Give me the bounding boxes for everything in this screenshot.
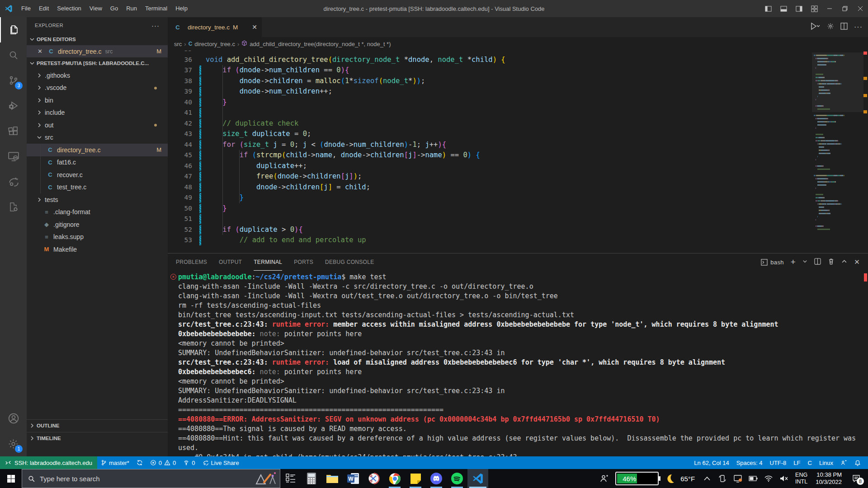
tree-item-leaks-supp[interactable]: ≡leaks.supp: [27, 231, 168, 244]
problems-indicator[interactable]: 0 0: [146, 456, 179, 469]
toggle-panel-icon[interactable]: [776, 0, 791, 17]
ink-workspace-icon[interactable]: [254, 471, 277, 488]
feedback-icon[interactable]: [837, 456, 851, 469]
file-explorer-icon[interactable]: [322, 469, 343, 488]
split-editor-icon[interactable]: [840, 23, 848, 32]
file-gear-icon[interactable]: [0, 194, 27, 220]
phone-link-icon[interactable]: [716, 469, 729, 488]
cursor-position[interactable]: Ln 62, Col 14: [690, 456, 732, 469]
extensions-icon[interactable]: [0, 118, 27, 144]
weather-temperature[interactable]: 65°F: [680, 475, 695, 483]
tree-item-tests[interactable]: tests: [27, 193, 168, 206]
remote-indicator[interactable]: SSH: labradoodle.caltech.edu: [0, 456, 97, 469]
encoding-indicator[interactable]: UTF-8: [766, 456, 790, 469]
tree-item-makefile[interactable]: MMakefile: [27, 243, 168, 256]
tree-item-bin[interactable]: bin: [27, 94, 168, 107]
task-view-button[interactable]: [280, 469, 301, 488]
toggle-sidebar-icon[interactable]: [760, 0, 776, 17]
minimize-button[interactable]: [822, 0, 837, 17]
language-indicator[interactable]: ENGINTL: [793, 472, 810, 485]
menu-edit[interactable]: Edit: [35, 5, 53, 12]
split-terminal-icon[interactable]: [814, 258, 821, 266]
menu-selection[interactable]: Selection: [53, 5, 85, 12]
menu-view[interactable]: View: [85, 5, 106, 12]
open-editors-section[interactable]: OPEN EDITORS: [27, 33, 168, 45]
spotify-icon[interactable]: [447, 469, 467, 488]
ports-indicator[interactable]: 0: [179, 456, 198, 469]
tree-item-recover-c[interactable]: Crecover.c: [27, 169, 168, 181]
source-control-icon[interactable]: 3: [0, 68, 27, 93]
tree-item--clang-format[interactable]: ≡.clang-format: [27, 206, 168, 219]
close-editor-icon[interactable]: ✕: [38, 48, 47, 55]
close-panel-icon[interactable]: ✕: [854, 258, 860, 266]
language-mode[interactable]: C: [804, 456, 816, 469]
word-icon[interactable]: W: [343, 469, 363, 488]
terminal-dropdown-icon[interactable]: [802, 259, 807, 265]
taskbar-search-input[interactable]: Type here to search: [22, 469, 280, 488]
night-light-moon-icon[interactable]: [663, 469, 677, 488]
eol-indicator[interactable]: LF: [790, 456, 804, 469]
live-share-icon[interactable]: [0, 169, 27, 194]
more-actions-icon[interactable]: ···: [854, 23, 863, 31]
menu-help[interactable]: Help: [171, 5, 192, 12]
indentation-indicator[interactable]: Spaces: 4: [733, 456, 766, 469]
tree-item-include[interactable]: include: [27, 107, 168, 119]
explorer-icon[interactable]: [0, 17, 27, 42]
terminal-output[interactable]: ✕pmutia@labradoodle:~/cs24/pretest-pmuti…: [178, 272, 861, 455]
start-button[interactable]: [0, 469, 22, 488]
customize-layout-icon[interactable]: [807, 0, 822, 17]
accounts-icon[interactable]: [0, 406, 27, 431]
tab-debug-console[interactable]: DEBUG CONSOLE: [325, 253, 374, 271]
minimap[interactable]: [814, 51, 862, 253]
breadcrumb-symbol[interactable]: add_child_directory_tree(directory_node_…: [250, 41, 391, 47]
remote-explorer-icon[interactable]: [0, 144, 27, 169]
tree-item--vscode[interactable]: .vscode: [27, 82, 168, 94]
tab-terminal[interactable]: TERMINAL: [254, 253, 282, 271]
tab-problems[interactable]: PROBLEMS: [176, 253, 207, 271]
settings-gear-icon[interactable]: 1: [0, 431, 27, 456]
calculator-icon[interactable]: [301, 469, 322, 488]
tree-item-fat16-c[interactable]: Cfat16.c: [27, 156, 168, 169]
tab-ports[interactable]: PORTS: [294, 253, 313, 271]
menu-run[interactable]: Run: [122, 5, 141, 12]
run-file-button[interactable]: [811, 23, 821, 32]
close-tab-icon[interactable]: ✕: [252, 23, 257, 31]
volume-muted-icon[interactable]: [777, 469, 791, 488]
run-debug-icon[interactable]: [0, 93, 27, 118]
timeline-section[interactable]: TIMELINE: [27, 432, 168, 444]
tree-item-test-tree-c[interactable]: Ctest_tree.c: [27, 181, 168, 194]
tree-item--gitignore[interactable]: ◆.gitignore: [27, 218, 168, 231]
vscode-taskbar-icon[interactable]: [467, 469, 488, 488]
menu-file[interactable]: File: [17, 5, 35, 12]
people-icon[interactable]: [597, 469, 611, 488]
menu-go[interactable]: Go: [106, 5, 122, 12]
breadcrumb-file[interactable]: directory_tree.c: [194, 41, 235, 47]
run-settings-gear-icon[interactable]: [827, 23, 834, 32]
battery-tray-icon[interactable]: [746, 469, 760, 488]
toggle-secondary-sidebar-icon[interactable]: [791, 0, 807, 17]
kill-terminal-icon[interactable]: [828, 258, 835, 266]
maximize-panel-icon[interactable]: [841, 258, 847, 266]
search-icon[interactable]: [0, 42, 27, 68]
open-editor-item[interactable]: ✕ C directory_tree.c src M: [27, 45, 168, 57]
tree-item-directory-tree-c[interactable]: Cdirectory_tree.cM: [27, 144, 168, 156]
chrome-icon[interactable]: [384, 469, 405, 488]
show-hidden-icons-chevron[interactable]: [700, 469, 714, 488]
outline-section[interactable]: OUTLINE: [27, 419, 168, 431]
tab-directory-tree[interactable]: C directory_tree.c M ✕: [168, 17, 262, 37]
battery-widget[interactable]: 46%: [615, 472, 659, 485]
breadcrumb-folder[interactable]: src: [174, 41, 182, 47]
action-center-icon[interactable]: 8: [847, 469, 865, 488]
os-indicator[interactable]: Linux: [816, 456, 837, 469]
snip-sketch-icon[interactable]: [363, 469, 384, 488]
tree-item-src[interactable]: src: [27, 131, 168, 144]
sync-changes-button[interactable]: [133, 456, 146, 469]
tab-output[interactable]: OUTPUT: [219, 253, 242, 271]
code-editor[interactable]: 3536void add_child_directory_tree(direct…: [168, 51, 868, 253]
maximize-button[interactable]: [837, 0, 853, 17]
explorer-more-actions-icon[interactable]: ···: [151, 22, 160, 29]
menu-terminal[interactable]: Terminal: [141, 5, 171, 12]
terminal-shell-selector[interactable]: bash: [761, 259, 783, 266]
tree-item--githooks[interactable]: .githooks: [27, 69, 168, 82]
tree-item-out[interactable]: out: [27, 119, 168, 131]
